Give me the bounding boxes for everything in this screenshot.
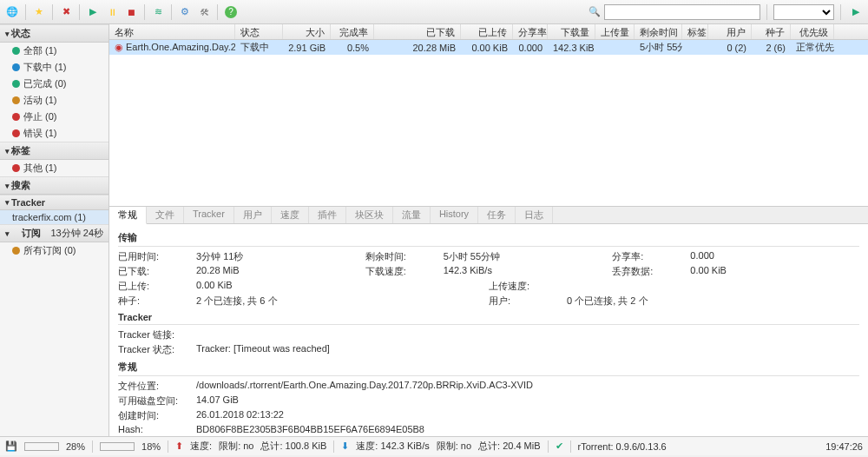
info-row: 可用磁盘空间:14.07 GiB (118, 394, 859, 408)
tab-常规[interactable]: 常规 (109, 207, 147, 224)
search-input[interactable] (604, 4, 760, 20)
side-header-search[interactable]: 搜索 (0, 176, 108, 195)
col-header[interactable]: 上传量 (595, 24, 635, 39)
tab-流量[interactable]: 流量 (393, 207, 431, 223)
col-header[interactable]: 剩余时间 (635, 24, 682, 39)
info-row: 已上传:0.00 KiB上传速度: (118, 279, 859, 294)
clock: 19:47:26 (825, 441, 863, 452)
table-row[interactable]: ◉Earth.One.Amazing.Day.2017.下载中2.91 GiB0… (109, 40, 868, 55)
star-icon[interactable]: ★ (30, 3, 48, 21)
up-icon: ⬆ (175, 440, 183, 452)
feed-icon[interactable]: ≋ (149, 3, 167, 21)
cpu-bar (100, 442, 135, 451)
sidebar-item[interactable]: 其他 (1) (0, 160, 108, 176)
col-header[interactable]: 用户 (708, 24, 752, 39)
info-row: 种子:2 个已连接, 共 6 个用户:0 个已连接, 共 2 个 (118, 294, 859, 308)
dn-total: 总计: 20.4 MiB (478, 440, 541, 453)
col-header[interactable]: 状态 (235, 24, 283, 39)
disk-pct: 28% (66, 441, 85, 452)
version: rTorrent: 0.9.6/0.13.6 (578, 441, 667, 452)
col-header[interactable]: 名称 (109, 24, 235, 39)
info-row: 已用时间:3分钟 11秒剩余时间:5小时 55分钟分享率:0.000 (118, 249, 859, 264)
detail-panel: 常规文件Tracker用户速度插件块区块流量History任务日志 传输 已用时… (109, 206, 868, 436)
stop-icon[interactable]: ⏹ (122, 3, 140, 21)
sidebar-item[interactable]: 活动 (1) (0, 92, 108, 109)
help-icon[interactable]: ? (222, 3, 240, 21)
tab-块区块[interactable]: 块区块 (346, 207, 393, 223)
statusbar: 💾 28% 18% ⬆ 速度: 限制: no 总计: 100.8 KiB ⬇ 速… (0, 436, 868, 455)
play-icon[interactable]: ▶ (84, 3, 102, 21)
tab-任务[interactable]: 任务 (478, 207, 516, 223)
info-row: Tracker 状态:Tracker: [Timeout was reached… (118, 342, 859, 357)
globe-icon[interactable]: 🌐 (3, 3, 21, 21)
sidebar-item[interactable]: 错误 (1) (0, 125, 108, 142)
tab-History[interactable]: History (431, 207, 478, 223)
sidebar: 状态 全部 (1)下载中 (1)已完成 (0)活动 (1)停止 (0)错误 (1… (0, 24, 109, 436)
col-header[interactable]: 标签 (682, 24, 708, 39)
up-limit: 限制: no (219, 440, 253, 453)
side-header-feed[interactable]: 订阅13分钟 24秒 (0, 224, 108, 242)
tab-速度[interactable]: 速度 (272, 207, 309, 223)
info-row: 已下载:20.28 MiB下载速度:142.3 KiB/s丢弃数据:0.00 K… (118, 264, 859, 279)
disk-bar (24, 442, 59, 451)
side-header-status[interactable]: 状态 (0, 24, 108, 43)
col-header[interactable]: 完成率 (331, 24, 374, 39)
sidebar-item[interactable]: 所有订阅 (0) (0, 242, 108, 259)
info-row: 文件位置:/downloads/.rtorrent/Earth.One.Amaz… (118, 379, 859, 394)
tab-文件[interactable]: 文件 (147, 207, 184, 223)
gear-icon[interactable]: ⚙ (176, 3, 194, 21)
section-general: 常规 (118, 357, 859, 376)
col-header[interactable]: 大小 (283, 24, 331, 39)
side-header-tracker[interactable]: Tracker (0, 195, 108, 210)
info-row: 创建时间:26.01.2018 02:13:22 (118, 408, 859, 423)
info-row: Tracker 链接: (118, 328, 859, 342)
col-header[interactable]: 分享率 (513, 24, 548, 39)
tab-日志[interactable]: 日志 (516, 207, 553, 223)
status-ok-icon: ✔ (556, 440, 563, 452)
col-header[interactable]: 已上传 (461, 24, 513, 39)
sidebar-item[interactable]: trackerfix.com (1) (0, 210, 108, 224)
sidebar-item[interactable]: 全部 (1) (0, 43, 108, 59)
section-tracker: Tracker (118, 308, 859, 325)
up-total: 总计: 100.8 KiB (260, 440, 326, 453)
up-speed: 速度: (190, 440, 212, 453)
go-icon[interactable]: ▶ (847, 3, 865, 21)
table-header: 名称状态大小完成率已下载已上传分享率下载量上传量剩余时间标签用户种子优先级 (109, 24, 868, 40)
sidebar-item[interactable]: 停止 (0) (0, 109, 108, 125)
filter-select[interactable] (773, 4, 834, 20)
col-header[interactable]: 已下载 (374, 24, 461, 39)
search-icon: 🔍 (589, 6, 601, 17)
col-header[interactable]: 下载量 (548, 24, 595, 39)
info-row: Hash:BD806F8BE2305B3F6B04BB15EF6A76E6894… (118, 423, 859, 435)
tab-插件[interactable]: 插件 (309, 207, 346, 223)
side-header-labels[interactable]: 标签 (0, 142, 108, 160)
delete-icon[interactable]: ✖ (57, 3, 75, 21)
pause-icon[interactable]: ⏸ (103, 3, 121, 21)
tools-icon[interactable]: 🛠 (195, 3, 213, 21)
section-transfer: 传输 (118, 228, 859, 247)
col-header[interactable]: 优先级 (791, 24, 834, 39)
detail-tabs: 常规文件Tracker用户速度插件块区块流量History任务日志 (109, 207, 868, 224)
col-header[interactable]: 种子 (752, 24, 791, 39)
dn-speed: 速度: 142.3 KiB/s (356, 440, 429, 453)
main-toolbar: 🌐 ★ ✖ ▶ ⏸ ⏹ ≋ ⚙ 🛠 ? 🔍 ▶ (0, 0, 868, 24)
dn-icon: ⬇ (341, 440, 349, 452)
sidebar-item[interactable]: 下载中 (1) (0, 59, 108, 76)
disk-icon: 💾 (5, 440, 17, 452)
cpu-pct: 18% (141, 441, 161, 452)
sidebar-item[interactable]: 已完成 (0) (0, 76, 108, 92)
tab-Tracker[interactable]: Tracker (184, 207, 234, 223)
table-body[interactable]: ◉Earth.One.Amazing.Day.2017.下载中2.91 GiB0… (109, 40, 868, 206)
dn-limit: 限制: no (437, 440, 471, 453)
tab-用户[interactable]: 用户 (234, 207, 272, 223)
